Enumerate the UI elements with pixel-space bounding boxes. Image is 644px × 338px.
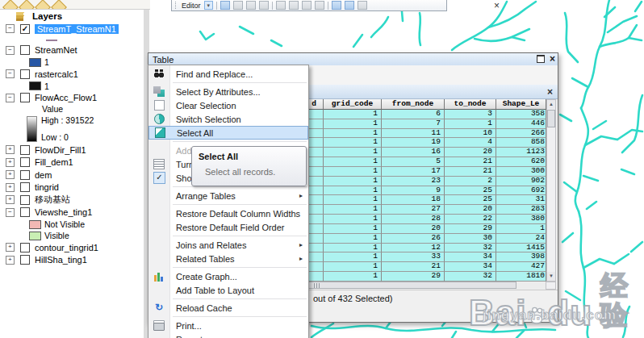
tool-icon[interactable] — [302, 1, 312, 10]
menu-item-restore-default-field-order[interactable]: Restore Default Field Order — [148, 220, 308, 234]
tool-icon[interactable] — [259, 1, 269, 10]
layer-label[interactable]: tingrid — [35, 182, 59, 192]
vertical-scrollbar[interactable]: ▲ ▼ — [546, 99, 556, 282]
layer-row[interactable]: +dem — [0, 169, 144, 182]
menu-item-related-tables[interactable]: Related Tables▸ — [148, 252, 308, 265]
vscroll-thumb[interactable] — [547, 110, 555, 127]
menu-item-print[interactable]: Print... — [148, 319, 308, 332]
expand-icon[interactable]: + — [6, 170, 15, 179]
table-cell: 398 — [496, 252, 546, 262]
editor-dropdown-icon[interactable]: ▾ — [204, 1, 214, 10]
layer-label[interactable]: FlowAcc_Flow1 — [35, 93, 97, 102]
menu-item-joins-and-relates[interactable]: Joins and Relates▸ — [148, 238, 308, 252]
hscroll-grip[interactable] — [314, 283, 320, 288]
column-header-to_node[interactable]: to_node — [445, 99, 496, 110]
tool-icon[interactable] — [289, 1, 299, 10]
layer-row[interactable]: +HillSha_ting1 — [0, 254, 144, 267]
editor-menu-label[interactable]: Editor — [182, 2, 201, 10]
layer-row[interactable]: +FlowDir_Fill1 — [0, 144, 144, 156]
layer-row[interactable]: +contour_tingrid1 — [0, 241, 144, 254]
layer-label[interactable]: Fill_dem1 — [35, 157, 73, 167]
table-cell: 19 — [382, 138, 445, 148]
layer-label[interactable]: StreamNet — [35, 45, 77, 55]
maximize-icon[interactable] — [537, 55, 545, 63]
attribute-table-icon[interactable] — [332, 1, 341, 10]
layer-checkbox[interactable] — [20, 157, 30, 167]
tool-icon[interactable] — [345, 1, 354, 10]
menu-item-reload-cache[interactable]: ↻Reload Cache — [148, 301, 308, 315]
edit-tool-icon[interactable] — [220, 1, 230, 10]
toc-toolbar-icon[interactable] — [51, 0, 67, 10]
toc-root[interactable]: Layers — [0, 9, 144, 23]
menu-item-clear-selection[interactable]: Clear Selection — [148, 98, 308, 112]
chart-icon — [153, 271, 165, 282]
menu-separator — [173, 298, 307, 299]
layer-label[interactable]: 移动基站 — [35, 194, 70, 206]
close-icon[interactable]: × — [550, 54, 555, 64]
layer-row[interactable]: −FlowAcc_Flow1 — [0, 92, 144, 105]
collapse-icon[interactable]: − — [6, 94, 15, 102]
layer-checkbox[interactable] — [20, 145, 30, 155]
menu-item-arrange-tables[interactable]: Arrange Tables▸ — [148, 189, 308, 202]
clear-selection-icon — [154, 100, 165, 111]
layer-label[interactable]: dem — [35, 170, 52, 180]
sketch-tool-icon[interactable] — [233, 1, 243, 10]
layer-row[interactable]: +移动基站 — [0, 194, 144, 207]
table-cell: 1 — [324, 119, 382, 129]
expand-icon[interactable]: + — [6, 145, 15, 154]
toolbar-grip[interactable] — [175, 2, 178, 9]
layer-label[interactable]: StreamT_StreamN1 — [35, 24, 119, 34]
column-header-Shape_Le[interactable]: Shape_Le — [496, 99, 546, 110]
expand-icon[interactable]: + — [6, 183, 15, 192]
layer-checkbox[interactable] — [20, 170, 30, 180]
toc-toolbar-icon[interactable] — [35, 0, 51, 10]
layer-row[interactable]: −StreamNet — [0, 44, 144, 57]
layer-row[interactable]: +Fill_dem1 — [0, 156, 144, 169]
layer-row[interactable]: −✓StreamT_StreamN1 — [0, 23, 144, 35]
menu-item-add-table-to-layout[interactable]: Add Table to Layout — [148, 283, 308, 297]
column-header-grid_code[interactable]: grid_code — [324, 99, 382, 110]
layer-checkbox[interactable] — [20, 45, 30, 55]
layer-row[interactable]: −rastercalc1 — [0, 68, 144, 81]
menu-item-find-and-replace[interactable]: Find and Replace... — [148, 67, 308, 81]
scroll-up-icon[interactable]: ▲ — [547, 100, 555, 109]
toc-toolbar-icon[interactable] — [2, 0, 19, 10]
expand-icon[interactable]: + — [6, 256, 15, 265]
menu-item-switch-selection[interactable]: Switch Selection — [148, 112, 308, 126]
column-header-from_node[interactable]: from_node — [382, 99, 445, 110]
layer-label[interactable]: FlowDir_Fill1 — [35, 145, 86, 155]
layer-row[interactable]: −Viewshe_ting1 — [0, 207, 144, 219]
layer-checkbox[interactable] — [20, 207, 30, 217]
collapse-icon[interactable]: − — [6, 69, 15, 78]
layer-label[interactable]: HillSha_ting1 — [35, 255, 87, 265]
layer-checkbox[interactable] — [20, 182, 30, 192]
expand-icon[interactable]: + — [6, 243, 15, 252]
tool-icon[interactable] — [276, 1, 286, 10]
layer-checkbox[interactable] — [20, 243, 30, 252]
menu-item-create-graph[interactable]: Create Graph... — [148, 269, 308, 283]
legend-title: Value — [0, 104, 144, 115]
tool-icon[interactable] — [246, 1, 256, 10]
expand-icon[interactable]: + — [6, 195, 15, 204]
collapse-icon[interactable]: − — [6, 208, 15, 217]
layer-checkbox[interactable] — [20, 93, 30, 102]
tool-icon[interactable] — [358, 1, 367, 10]
toc-toolbar-icon[interactable] — [19, 0, 35, 10]
layer-label[interactable]: contour_tingrid1 — [35, 243, 98, 252]
layer-checkbox[interactable] — [20, 195, 30, 205]
layer-row[interactable]: +tingrid — [0, 182, 144, 194]
tab-close-icon[interactable]: × — [547, 86, 553, 98]
expand-icon[interactable]: + — [6, 158, 15, 167]
menu-item-restore-default-column-widths[interactable]: Restore Default Column Widths — [148, 207, 308, 220]
menu-item-reports[interactable]: Reports▸ — [148, 332, 308, 338]
menu-item-select-by-attributes[interactable]: Select By Attributes... — [148, 85, 308, 98]
layer-checkbox[interactable] — [20, 69, 30, 79]
layer-label[interactable]: rastercalc1 — [35, 69, 78, 79]
tool-icon[interactable] — [315, 1, 324, 10]
collapse-icon[interactable]: − — [6, 46, 15, 55]
layer-checkbox[interactable]: ✓ — [20, 24, 30, 34]
layer-checkbox[interactable] — [20, 255, 30, 265]
collapse-icon[interactable]: − — [6, 24, 15, 33]
layer-label[interactable]: Viewshe_ting1 — [35, 207, 92, 217]
menu-item-select-all[interactable]: Select All — [148, 126, 308, 140]
